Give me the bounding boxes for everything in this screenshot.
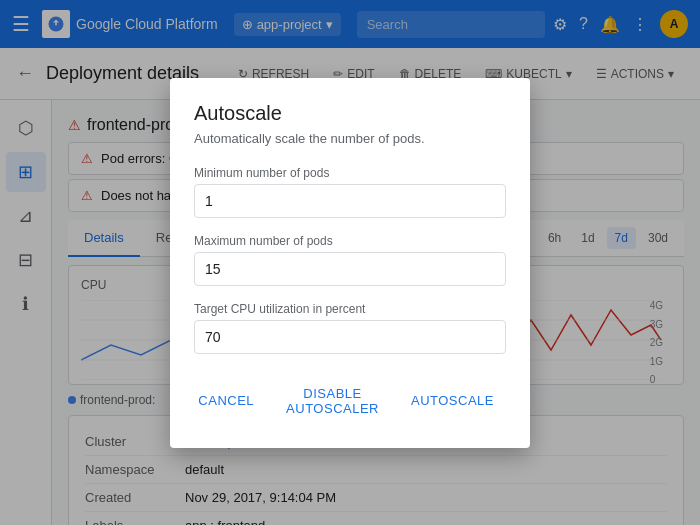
cancel-button[interactable]: CANCEL <box>186 378 266 424</box>
min-pods-field: Minimum number of pods <box>194 166 506 218</box>
cpu-label: Target CPU utilization in percent <box>194 302 506 316</box>
max-pods-field: Maximum number of pods <box>194 234 506 286</box>
max-pods-label: Maximum number of pods <box>194 234 506 248</box>
modal-overlay[interactable]: Autoscale Automatically scale the number… <box>0 0 700 525</box>
min-pods-input[interactable] <box>194 184 506 218</box>
cpu-input[interactable] <box>194 320 506 354</box>
cpu-field: Target CPU utilization in percent <box>194 302 506 354</box>
max-pods-input[interactable] <box>194 252 506 286</box>
autoscale-dialog: Autoscale Automatically scale the number… <box>170 78 530 448</box>
dialog-actions: CANCEL DISABLE AUTOSCALER AUTOSCALE <box>194 378 506 424</box>
autoscale-button[interactable]: AUTOSCALE <box>399 378 506 424</box>
dialog-subtitle: Automatically scale the number of pods. <box>194 131 506 146</box>
dialog-title: Autoscale <box>194 102 506 125</box>
min-pods-label: Minimum number of pods <box>194 166 506 180</box>
disable-autoscaler-button[interactable]: DISABLE AUTOSCALER <box>274 378 391 424</box>
